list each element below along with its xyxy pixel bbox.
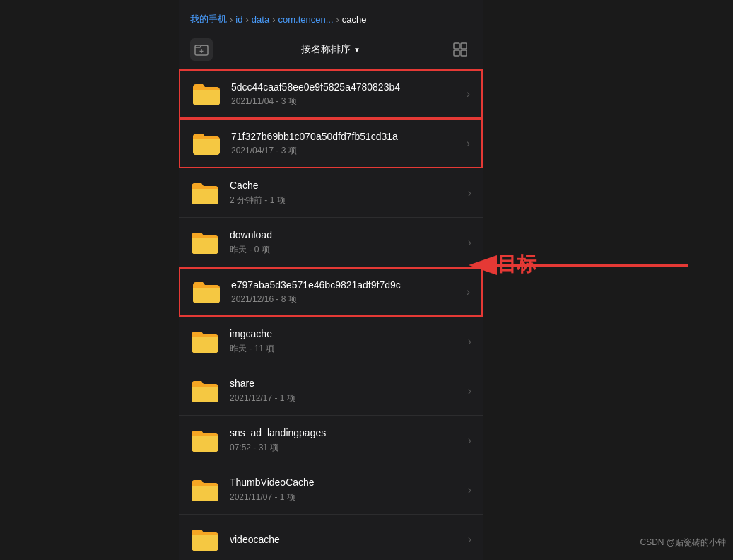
- folder-item-7[interactable]: sns_ad_landingpages 07:52 - 31 项 ›: [179, 416, 483, 465]
- toolbar-left: [190, 38, 213, 61]
- folder-meta-6: 2021/12/17 - 1 项: [230, 392, 462, 404]
- folder-item-8[interactable]: ThumbVideoCache 2021/11/07 - 1 项 ›: [179, 465, 483, 515]
- folder-icon-5: [190, 329, 220, 354]
- chevron-icon-2: ›: [468, 187, 471, 199]
- sort-label: 按名称排序: [301, 43, 351, 56]
- folder-item-1[interactable]: 71f327b69bb1c070a50dfd7fb51cd31a 2021/04…: [179, 119, 483, 168]
- watermark: CSDN @贴瓷砖的小钟: [640, 537, 726, 549]
- folder-info-7: sns_ad_landingpages 07:52 - 31 项: [230, 426, 462, 453]
- folder-name-2: Cache: [230, 179, 462, 192]
- folder-item-6[interactable]: share 2021/12/17 - 1 项 ›: [179, 366, 483, 416]
- svg-rect-5: [454, 50, 459, 56]
- folder-icon-3: [190, 230, 220, 255]
- folder-item-2[interactable]: Cache 2 分钟前 - 1 项 ›: [179, 168, 483, 218]
- breadcrumb-sep-1: ›: [230, 14, 233, 25]
- breadcrumb-sep-2: ›: [245, 14, 248, 25]
- folder-name-6: share: [230, 377, 462, 390]
- sort-arrow-icon: ▼: [353, 46, 360, 54]
- folder-name-8: ThumbVideoCache: [230, 476, 462, 489]
- folder-item-3[interactable]: download 昨天 - 0 项 ›: [179, 218, 483, 267]
- chevron-icon-5: ›: [468, 335, 471, 348]
- folder-item-4[interactable]: e797aba5d3e571e46bc9821adf9f7d9c 2021/12…: [179, 267, 483, 317]
- chevron-icon-7: ›: [468, 434, 471, 447]
- folder-info-5: imgcache 昨天 - 11 项: [230, 327, 462, 354]
- svg-rect-6: [461, 50, 467, 56]
- chevron-icon-9: ›: [468, 533, 471, 546]
- breadcrumb-item-phone[interactable]: 我的手机: [190, 13, 227, 25]
- right-panel: 目标: [483, 0, 733, 560]
- phone-screen: 我的手机 › id › data › com.tencen... › cache…: [179, 0, 483, 560]
- folder-meta-4: 2021/12/16 - 8 项: [231, 293, 461, 305]
- svg-rect-3: [454, 43, 459, 49]
- breadcrumb-item-data[interactable]: data: [252, 14, 269, 25]
- chevron-icon-6: ›: [468, 385, 471, 397]
- folder-icon-9: [190, 527, 220, 552]
- breadcrumb-sep-3: ›: [272, 14, 275, 25]
- folder-info-8: ThumbVideoCache 2021/11/07 - 1 项: [230, 476, 462, 503]
- folder-meta-5: 昨天 - 11 项: [230, 343, 462, 355]
- folder-name-1: 71f327b69bb1c070a50dfd7fb51cd31a: [231, 130, 461, 143]
- folder-info-1: 71f327b69bb1c070a50dfd7fb51cd31a 2021/04…: [231, 130, 461, 157]
- breadcrumb: 我的手机 › id › data › com.tencen... › cache: [179, 0, 483, 33]
- annotation-arrow: [462, 233, 702, 297]
- folder-meta-0: 2021/11/04 - 3 项: [231, 95, 461, 107]
- folder-name-0: 5dcc44caaf58ee0e9f5825a4780823b4: [231, 81, 461, 93]
- folder-info-3: download 昨天 - 0 项: [230, 228, 462, 255]
- folder-info-4: e797aba5d3e571e46bc9821adf9f7d9c 2021/12…: [231, 279, 461, 305]
- breadcrumb-item-com[interactable]: com.tencen...: [278, 14, 333, 25]
- folder-icon-4: [192, 279, 221, 305]
- folder-info-6: share 2021/12/17 - 1 项: [230, 377, 462, 404]
- folder-meta-2: 2 分钟前 - 1 项: [230, 194, 462, 206]
- view-toggle-button[interactable]: [449, 38, 471, 61]
- chevron-icon-8: ›: [468, 484, 471, 496]
- folder-meta-7: 07:52 - 31 项: [230, 442, 462, 454]
- folder-meta-3: 昨天 - 0 项: [230, 244, 462, 256]
- folder-item-9[interactable]: videocache ›: [179, 515, 483, 560]
- folder-icon-0: [192, 81, 221, 107]
- toolbar: 按名称排序 ▼: [179, 33, 483, 69]
- svg-rect-4: [461, 43, 467, 49]
- add-folder-button[interactable]: [190, 38, 213, 61]
- sort-button[interactable]: 按名称排序 ▼: [301, 43, 360, 56]
- folder-name-4: e797aba5d3e571e46bc9821adf9f7d9c: [231, 279, 461, 291]
- folder-icon-6: [190, 378, 220, 404]
- folder-meta-8: 2021/11/07 - 1 项: [230, 491, 462, 503]
- left-panel: [0, 0, 179, 560]
- folder-item-5[interactable]: imgcache 昨天 - 11 项 ›: [179, 317, 483, 366]
- folder-info-9: videocache: [230, 533, 462, 546]
- folder-name-5: imgcache: [230, 327, 462, 340]
- folder-icon-1: [192, 131, 221, 156]
- folder-name-3: download: [230, 228, 462, 241]
- chevron-icon-0: ›: [467, 88, 470, 100]
- folder-info-0: 5dcc44caaf58ee0e9f5825a4780823b4 2021/11…: [231, 81, 461, 107]
- folder-name-7: sns_ad_landingpages: [230, 426, 462, 439]
- folder-meta-1: 2021/04/17 - 3 项: [231, 145, 461, 157]
- breadcrumb-current: cache: [342, 14, 367, 25]
- folder-icon-7: [190, 428, 220, 453]
- folder-item-0[interactable]: 5dcc44caaf58ee0e9f5825a4780823b4 2021/11…: [179, 69, 483, 119]
- breadcrumb-sep-4: ›: [336, 14, 339, 25]
- folder-info-2: Cache 2 分钟前 - 1 项: [230, 179, 462, 206]
- file-list: 5dcc44caaf58ee0e9f5825a4780823b4 2021/11…: [179, 69, 483, 560]
- folder-icon-8: [190, 477, 220, 503]
- folder-name-9: videocache: [230, 533, 462, 546]
- folder-icon-2: [190, 180, 220, 206]
- chevron-icon-1: ›: [467, 137, 470, 150]
- breadcrumb-item-id[interactable]: id: [235, 14, 242, 25]
